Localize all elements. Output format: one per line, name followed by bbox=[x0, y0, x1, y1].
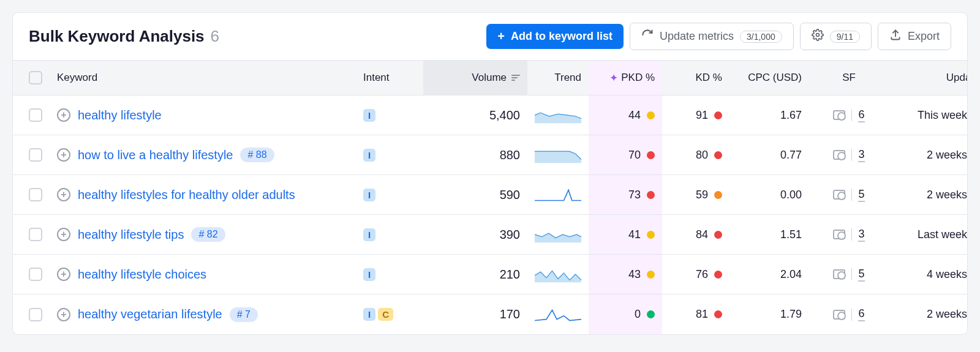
col-cpc-label: CPC (USD) bbox=[748, 72, 802, 84]
kd-difficulty-dot bbox=[714, 191, 722, 199]
page-title: Bulk Keyword Analysis bbox=[29, 27, 205, 46]
expand-icon[interactable]: + bbox=[57, 108, 70, 122]
serp-features-icon[interactable] bbox=[833, 269, 845, 279]
expand-icon[interactable]: + bbox=[57, 308, 70, 321]
kd-value: 59 bbox=[696, 189, 708, 201]
intent-cell: I bbox=[356, 268, 423, 281]
updated-value: 2 weeks bbox=[927, 308, 967, 321]
intent-commercial-badge: C bbox=[378, 308, 393, 321]
sf-count[interactable]: 6 bbox=[858, 108, 864, 122]
rank-pill: # 82 bbox=[191, 227, 225, 242]
add-to-keyword-list-button[interactable]: + Add to keyword list bbox=[486, 24, 624, 49]
expand-icon[interactable]: + bbox=[57, 268, 70, 281]
col-updated[interactable]: Updated bbox=[889, 72, 968, 84]
divider bbox=[851, 309, 852, 321]
trend-sparkline bbox=[527, 266, 589, 283]
kd-difficulty-dot bbox=[714, 111, 722, 119]
kd-difficulty-dot bbox=[714, 151, 722, 159]
serp-features-icon[interactable] bbox=[833, 310, 845, 320]
col-sf[interactable]: SF bbox=[809, 72, 889, 84]
column-settings-button[interactable]: 9/11 bbox=[800, 23, 872, 50]
cpc-value: 1.67 bbox=[780, 109, 802, 122]
bulk-keyword-panel: Bulk Keyword Analysis 6 + Add to keyword… bbox=[12, 12, 968, 335]
keyword-link[interactable]: healthy lifestyle choices bbox=[78, 268, 206, 282]
serp-features-icon[interactable] bbox=[833, 190, 845, 200]
sf-count[interactable]: 6 bbox=[858, 307, 864, 321]
row-checkbox[interactable] bbox=[29, 268, 42, 281]
volume-value: 170 bbox=[500, 307, 520, 321]
svg-point-0 bbox=[816, 34, 819, 37]
pkd-value: 41 bbox=[628, 228, 641, 241]
expand-icon[interactable]: + bbox=[57, 188, 70, 201]
keyword-link[interactable]: healthy lifestyles for healthy older adu… bbox=[78, 188, 295, 202]
col-intent-label: Intent bbox=[363, 72, 390, 84]
volume-value: 210 bbox=[500, 268, 520, 282]
cpc-value: 2.04 bbox=[780, 268, 802, 281]
row-checkbox[interactable] bbox=[29, 228, 42, 241]
add-button-label: Add to keyword list bbox=[511, 30, 612, 43]
col-sf-label: SF bbox=[842, 72, 856, 84]
kd-difficulty-dot bbox=[714, 271, 722, 279]
title-wrap: Bulk Keyword Analysis 6 bbox=[29, 27, 219, 46]
col-trend[interactable]: Trend bbox=[527, 72, 589, 84]
col-kd[interactable]: KD % bbox=[662, 72, 729, 84]
select-all-checkbox[interactable] bbox=[29, 71, 42, 84]
sf-count[interactable]: 5 bbox=[858, 188, 864, 202]
row-checkbox[interactable] bbox=[29, 308, 42, 321]
intent-informational-badge: I bbox=[363, 149, 375, 162]
intent-informational-badge: I bbox=[363, 268, 375, 281]
serp-features-icon[interactable] bbox=[833, 110, 845, 120]
update-metrics-button[interactable]: Update metrics 3/1,000 bbox=[630, 23, 794, 50]
intent-cell: I bbox=[356, 109, 423, 122]
pkd-value: 73 bbox=[628, 189, 641, 201]
intent-informational-badge: I bbox=[363, 189, 375, 201]
sf-count[interactable]: 5 bbox=[858, 268, 864, 282]
sf-count[interactable]: 3 bbox=[858, 228, 864, 242]
result-count: 6 bbox=[211, 27, 219, 46]
intent-informational-badge: I bbox=[363, 109, 375, 122]
updated-value: 4 weeks bbox=[927, 268, 967, 281]
row-checkbox[interactable] bbox=[29, 148, 42, 162]
pkd-value: 70 bbox=[628, 149, 641, 162]
cpc-value: 1.51 bbox=[780, 228, 802, 241]
trend-sparkline bbox=[527, 226, 589, 243]
row-checkbox[interactable] bbox=[29, 108, 42, 122]
col-keyword[interactable]: Keyword bbox=[50, 72, 356, 84]
volume-value: 590 bbox=[500, 188, 520, 202]
export-button[interactable]: Export bbox=[878, 23, 951, 50]
updated-value: This week bbox=[918, 109, 967, 122]
divider bbox=[851, 268, 852, 280]
pkd-difficulty-dot bbox=[647, 310, 655, 318]
kd-value: 81 bbox=[696, 308, 708, 321]
table-row: +healthy lifestyle tips# 82I39041841.513… bbox=[13, 215, 967, 255]
keyword-link[interactable]: healthy lifestyle bbox=[78, 108, 162, 122]
col-intent[interactable]: Intent bbox=[356, 72, 423, 84]
pkd-value: 44 bbox=[628, 109, 641, 122]
table-row: +how to live a healthy lifestyle# 88I880… bbox=[13, 135, 967, 175]
intent-cell: IC bbox=[356, 308, 423, 321]
sparkle-icon: ✦ bbox=[609, 72, 618, 84]
updated-value: 2 weeks bbox=[927, 189, 967, 201]
col-cpc[interactable]: CPC (USD) bbox=[729, 72, 809, 84]
sf-count[interactable]: 3 bbox=[858, 148, 864, 162]
serp-features-icon[interactable] bbox=[833, 150, 845, 160]
keyword-link[interactable]: how to live a healthy lifestyle bbox=[78, 148, 233, 162]
pkd-difficulty-dot bbox=[647, 191, 655, 199]
expand-icon[interactable]: + bbox=[57, 228, 70, 241]
col-updated-label: Updated bbox=[946, 72, 968, 84]
col-volume[interactable]: Volume bbox=[423, 61, 527, 95]
serp-features-icon[interactable] bbox=[833, 230, 845, 239]
keyword-link[interactable]: healthy vegetarian lifestyle bbox=[78, 307, 222, 321]
intent-cell: I bbox=[356, 228, 423, 241]
row-checkbox[interactable] bbox=[29, 188, 42, 201]
keyword-link[interactable]: healthy lifestyle tips bbox=[78, 228, 184, 242]
pkd-value: 0 bbox=[635, 308, 641, 321]
trend-sparkline bbox=[527, 186, 589, 203]
col-pkd[interactable]: ✦ PKD % bbox=[589, 61, 662, 95]
refresh-icon bbox=[641, 29, 654, 44]
expand-icon[interactable]: + bbox=[57, 148, 70, 162]
intent-cell: I bbox=[356, 149, 423, 162]
col-trend-label: Trend bbox=[554, 72, 581, 84]
pkd-difficulty-dot bbox=[647, 231, 655, 239]
volume-value: 390 bbox=[500, 228, 520, 242]
